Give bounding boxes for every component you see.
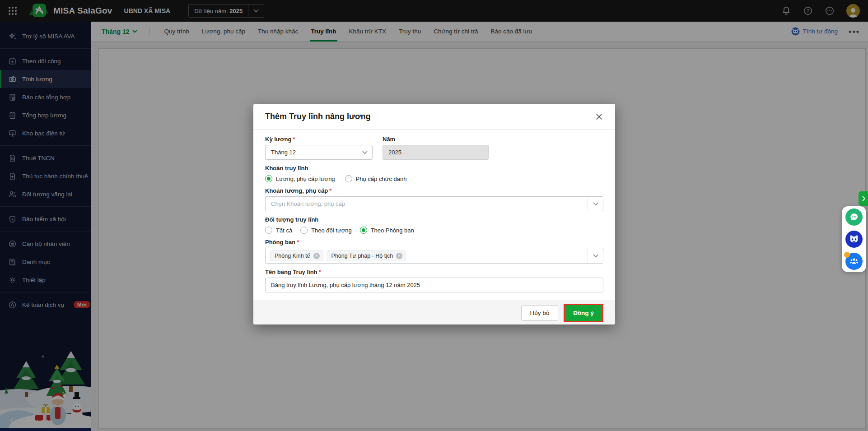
helper-panel xyxy=(842,206,866,272)
radio-theo-phong-ban[interactable]: Theo Phòng ban xyxy=(360,227,414,234)
modal-title: Thêm Truy lĩnh nâng lương xyxy=(265,112,371,121)
chevron-down-icon xyxy=(588,248,603,263)
nam-input: 2025 xyxy=(383,145,489,160)
chevron-right-icon xyxy=(862,196,865,201)
field-label-ten-bang: Tên bảng Truy lĩnh* xyxy=(265,269,603,275)
modal-header: Thêm Truy lĩnh nâng lương xyxy=(253,104,615,130)
radio-label: Lương, phụ cấp lương xyxy=(276,176,335,182)
chat-support-icon[interactable] xyxy=(845,209,863,226)
app-window: MISA SalaGov UBND XÃ MISA Dữ liệu năm: 2… xyxy=(0,0,868,431)
field-label-phong-ban: Phòng ban* xyxy=(265,239,603,246)
tag-phong-kinh-te: Phòng Kinh tế × xyxy=(270,250,323,261)
tag-phong-tu-phap: Phòng Tư pháp - Hộ tịch × xyxy=(327,250,406,261)
ky-luong-value: Tháng 12 xyxy=(266,149,357,156)
radio-unselected-icon xyxy=(265,227,272,234)
tag-remove-icon[interactable]: × xyxy=(313,253,320,259)
tag-remove-icon[interactable]: × xyxy=(396,253,402,259)
radio-label: Theo Phòng ban xyxy=(371,227,414,234)
field-label-khoan-truy-linh: Khoản truy lĩnh xyxy=(265,165,603,171)
radio-unselected-icon xyxy=(300,227,308,234)
radio-label: Phụ cấp chức danh xyxy=(356,176,407,182)
khoan-luong-phu-cap-select[interactable]: Chọn Khoản lương, phụ cấp xyxy=(265,196,603,211)
community-icon[interactable] xyxy=(845,253,863,270)
tag-label: Phòng Kinh tế xyxy=(275,253,310,259)
required-asterisk: * xyxy=(293,136,295,143)
close-icon[interactable] xyxy=(593,111,604,122)
required-asterisk: * xyxy=(319,269,321,275)
field-label-nam: Năm xyxy=(383,136,489,143)
cancel-button[interactable]: Hủy bỏ xyxy=(521,305,558,321)
add-truy-linh-modal: Thêm Truy lĩnh nâng lương Kỳ lương* Thán… xyxy=(253,104,615,324)
radio-selected-icon xyxy=(360,227,367,234)
action-highlight-box: Đồng ý xyxy=(564,304,603,322)
phong-ban-multiselect[interactable]: Phòng Kinh tế × Phòng Tư pháp - Hộ tịch … xyxy=(265,248,603,264)
radio-unselected-icon xyxy=(345,175,352,182)
confirm-button[interactable]: Đồng ý xyxy=(565,305,602,321)
tag-label: Phòng Tư pháp - Hộ tịch xyxy=(331,253,393,259)
radio-phu-cap-chuc-danh[interactable]: Phụ cấp chức danh xyxy=(345,175,407,182)
ten-bang-input[interactable]: Bảng truy lĩnh Lương, phụ cấp lương thán… xyxy=(265,278,603,292)
ava-robot-icon[interactable] xyxy=(845,231,863,248)
field-label-khoan-luong-phu-cap: Khoản lương, phụ cấp* xyxy=(265,187,603,194)
radio-tat-ca[interactable]: Tất cả xyxy=(265,227,292,234)
notification-dot xyxy=(844,252,850,258)
radio-theo-doi-tuong[interactable]: Theo đối tượng xyxy=(300,227,352,234)
modal-footer: Hủy bỏ Đồng ý xyxy=(253,301,615,324)
field-label-doi-tuong-truy-linh: Đối tượng truy lĩnh xyxy=(265,216,603,223)
radio-selected-icon xyxy=(265,175,272,182)
ky-luong-select[interactable]: Tháng 12 xyxy=(265,145,373,160)
required-asterisk: * xyxy=(329,187,331,194)
helper-panel-expand-tab[interactable] xyxy=(859,191,868,206)
chevron-down-icon xyxy=(588,197,603,211)
required-asterisk: * xyxy=(297,239,299,246)
radio-label: Tất cả xyxy=(276,227,292,234)
radio-luong-phu-cap-luong[interactable]: Lương, phụ cấp lương xyxy=(265,175,335,182)
chevron-down-icon xyxy=(357,145,372,159)
radio-label: Theo đối tượng xyxy=(311,227,352,234)
field-label-ky-luong: Kỳ lương* xyxy=(265,136,373,143)
select-placeholder: Chọn Khoản lương, phụ cấp xyxy=(266,200,588,207)
modal-body: Kỳ lương* Tháng 12 Năm 2025 Khoản truy l… xyxy=(253,130,615,301)
